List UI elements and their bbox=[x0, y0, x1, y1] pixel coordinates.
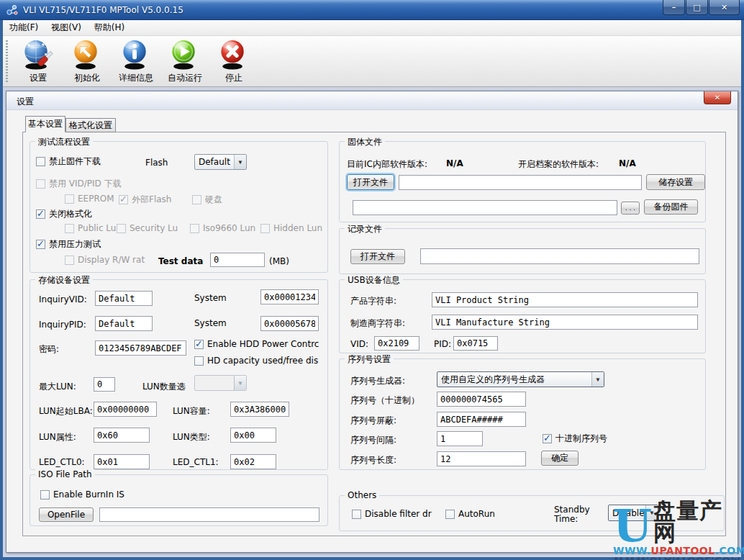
password-input[interactable] bbox=[95, 340, 186, 356]
lun-capacity-input[interactable] bbox=[230, 402, 289, 417]
log-path-input[interactable] bbox=[420, 248, 699, 264]
minimize-button[interactable]: – bbox=[663, 0, 685, 15]
watermark: U 盘量产网 WWW.UPANTOOL.COM WWW.UPANTOOL.COM bbox=[613, 500, 739, 560]
checkbox-external-flash[interactable]: 外部Flash bbox=[119, 194, 171, 206]
checkbox-disable-vidpid[interactable]: 禁用 VID/PID 下载 bbox=[36, 178, 122, 190]
serial-generator-dropdown[interactable]: 使用自定义的序列号生成器 ▼ bbox=[437, 371, 604, 387]
serial-number-label: 序列号（十进制） bbox=[350, 394, 419, 407]
product-string-input[interactable] bbox=[432, 292, 698, 307]
checkbox-hdd[interactable]: 硬盘 bbox=[192, 194, 222, 206]
system2-input[interactable] bbox=[260, 316, 319, 331]
flash-dropdown[interactable]: Default ▼ bbox=[194, 154, 247, 170]
vid-input[interactable] bbox=[374, 336, 419, 351]
system2-label: System bbox=[194, 318, 227, 328]
window-border-left bbox=[0, 20, 3, 560]
serial-generator-label: 序列号生成器: bbox=[350, 375, 405, 387]
toolbar-button-settings[interactable]: 设置 bbox=[14, 38, 62, 84]
test-data-input[interactable] bbox=[210, 253, 265, 267]
max-lun-input[interactable] bbox=[94, 377, 115, 392]
maximize-button[interactable]: □ bbox=[686, 0, 708, 15]
lun-start-lba-input[interactable] bbox=[94, 402, 157, 417]
pid-input[interactable] bbox=[453, 336, 498, 351]
toolbar-button-details[interactable]: 详细信息 bbox=[112, 38, 160, 84]
group-test-flow: 测试流程设置 禁止固件下载 Flash Default ▼ 禁用 VID/PID… bbox=[30, 141, 328, 273]
inquiry-pid-input[interactable] bbox=[95, 316, 153, 331]
group-storage-settings: 存储设备设置 InquiryVID: System InquiryPID: Sy… bbox=[30, 279, 328, 470]
checkbox-security-lun[interactable]: Security Lu bbox=[117, 223, 178, 233]
led-ctl0-input[interactable] bbox=[94, 454, 150, 469]
dialog-titlebar: 设置 ✕ bbox=[6, 91, 738, 110]
log-open-file-button[interactable]: 打开文件 bbox=[350, 249, 405, 264]
pid-label: PID: bbox=[434, 339, 451, 349]
save-settings-button[interactable]: 储存设置 bbox=[646, 174, 705, 190]
system1-input[interactable] bbox=[260, 289, 319, 304]
checkbox-display-rw-rate[interactable]: Display R/W rat bbox=[65, 255, 145, 265]
checkbox-hidden-lun[interactable]: Hidden Lun bbox=[260, 223, 322, 233]
toolbar-button-stop[interactable]: 停止 bbox=[213, 38, 255, 84]
group-serial-settings: 序列号设置 序列号生成器: 使用自定义的序列号生成器 ▼ 序列号（十进制） 序列… bbox=[339, 358, 706, 470]
checkbox-disable-format[interactable]: 关闭格式化 bbox=[36, 208, 92, 220]
firmware-path-input[interactable] bbox=[399, 175, 642, 190]
checkbox-public-lun[interactable]: Public Lu bbox=[65, 223, 116, 233]
toolbar-label-details: 详细信息 bbox=[119, 72, 153, 84]
lun-capacity-label: LUN容量: bbox=[173, 405, 210, 417]
led-ctl1-input[interactable] bbox=[230, 454, 276, 469]
checkbox-disable-stress-test[interactable]: 禁用压力测试 bbox=[36, 238, 101, 250]
menu-item-view[interactable]: 视图(V) bbox=[45, 19, 88, 36]
menu-item-help[interactable]: 帮助(H) bbox=[88, 19, 131, 36]
toolbar-button-initialize[interactable]: 初始化 bbox=[64, 38, 110, 84]
checkbox-eeprom[interactable]: EEPROM bbox=[65, 194, 114, 204]
iso-path-input[interactable] bbox=[99, 507, 319, 522]
browse-button[interactable]: . . . bbox=[621, 202, 640, 214]
dialog-close-button[interactable]: ✕ bbox=[704, 91, 731, 104]
lun-attr-input[interactable] bbox=[94, 428, 150, 443]
dialog-title: 设置 bbox=[17, 96, 34, 108]
serial-number-input[interactable] bbox=[437, 392, 526, 407]
checkbox-disable-fw-download[interactable]: 禁止固件下载 bbox=[36, 155, 101, 168]
watermark-url: WWW.UPANTOOL.COM bbox=[613, 546, 739, 556]
checkbox-iso9660-lun[interactable]: Iso9660 Lun bbox=[190, 223, 255, 233]
current-fw-version-label: 目前IC内部软件版本: bbox=[347, 158, 427, 171]
toolbar-button-autorun[interactable]: 自动运行 bbox=[160, 38, 209, 84]
checkbox-enable-hdd-power[interactable]: Enable HDD Power Contrc bbox=[194, 339, 319, 349]
menu-item-function[interactable]: 功能(F) bbox=[3, 19, 45, 36]
watermark-reflection: WWW.UPANTOOL.COM bbox=[613, 556, 739, 560]
initialize-arrow-icon bbox=[71, 38, 103, 71]
tab-format-settings[interactable]: 格式化设置 bbox=[65, 118, 116, 132]
chevron-down-icon: ▼ bbox=[591, 372, 604, 387]
file-fw-version-value: N/A bbox=[619, 158, 636, 168]
manufacturer-string-input[interactable] bbox=[432, 315, 698, 330]
checkbox-autorun[interactable]: AutoRun bbox=[445, 509, 495, 519]
mb-unit-label: (MB) bbox=[269, 256, 289, 266]
standby-time-label: Standby Time: bbox=[554, 505, 590, 523]
backup-path-input[interactable] bbox=[353, 200, 617, 215]
checkbox-decimal-serial[interactable]: 十进制序列号 bbox=[543, 433, 607, 445]
checkbox-enable-burnin-iso[interactable]: Enable BurnIn IS bbox=[40, 489, 124, 500]
test-data-label: Test data bbox=[158, 256, 203, 266]
close-button[interactable]: ✕ bbox=[709, 0, 740, 15]
inquiry-vid-input[interactable] bbox=[95, 291, 153, 306]
iso-open-file-button[interactable]: OpenFile bbox=[39, 507, 94, 522]
tab-basic-settings[interactable]: 基本设置 bbox=[25, 116, 65, 132]
toolbar-label-autorun: 自动运行 bbox=[168, 72, 202, 84]
manufacturer-string-label: 制造商字符串: bbox=[350, 317, 405, 330]
toolbar-label-settings: 设置 bbox=[30, 72, 47, 84]
window-title: VLI VL715/VL711F0 MPTool V5.0.0.15 bbox=[23, 5, 183, 15]
group-log-file: 记录文件 打开文件 bbox=[339, 228, 706, 274]
group-firmware-title: 固体文件 bbox=[345, 136, 385, 148]
checkbox-hd-capacity[interactable]: HD capacity used/free dis bbox=[194, 356, 318, 366]
serial-interval-input[interactable] bbox=[437, 431, 483, 446]
lun-type-input[interactable] bbox=[230, 428, 276, 443]
settings-dialog: 设置 ✕ 基本设置 格式化设置 测试流程设置 禁止固件下载 Flash Defa… bbox=[6, 91, 738, 553]
firmware-open-file-button[interactable]: 打开文件 bbox=[347, 174, 394, 190]
serial-length-input[interactable] bbox=[437, 451, 526, 466]
group-test-flow-title: 测试流程设置 bbox=[35, 136, 93, 148]
backup-firmware-button[interactable]: 备份固件 bbox=[644, 199, 698, 214]
vid-label: VID: bbox=[350, 339, 368, 349]
checkbox-disable-filter-driver[interactable]: Disable filter dr bbox=[352, 509, 432, 519]
led-ctl0-label: LED_CTL0: bbox=[39, 457, 85, 467]
checkbox-box bbox=[36, 157, 45, 166]
app-icon bbox=[6, 4, 19, 17]
serial-mask-input[interactable] bbox=[437, 412, 526, 427]
serial-ok-button[interactable]: 确定 bbox=[541, 451, 579, 466]
